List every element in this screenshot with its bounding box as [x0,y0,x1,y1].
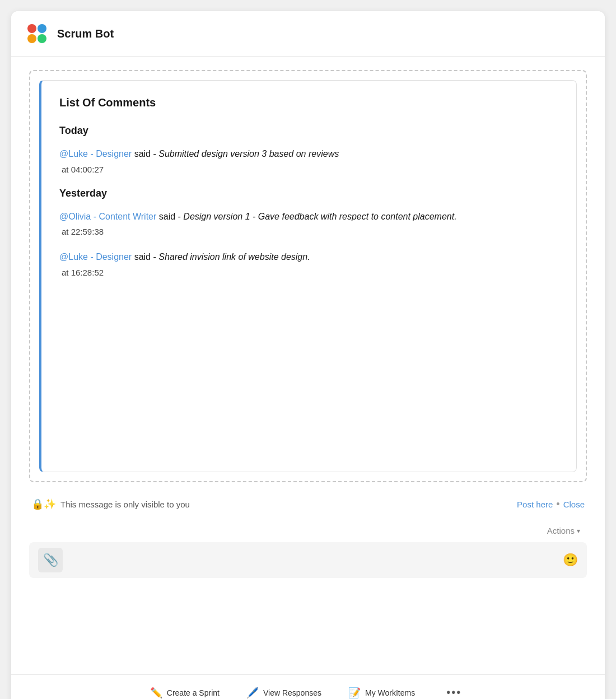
comment-item: @Olivia - Content Writer said - Design v… [59,209,558,237]
comment-time-luke2: at 16:28:52 [59,268,558,277]
actions-button[interactable]: Actions ▾ [543,524,585,538]
paperclip-icon: 📎 [43,553,58,567]
chevron-down-icon: ▾ [577,527,580,535]
comment-item: @Luke - Designer said - Submitted design… [59,147,558,174]
comment-text: @Luke - Designer said - Submitted design… [59,147,558,161]
actions-label: Actions [547,526,575,535]
emoji-button[interactable]: 🙂 [563,553,578,567]
lock-sparkle-icon: 🔒✨ [31,498,56,510]
my-workitems-icon: 📝 [348,687,361,699]
create-sprint-icon: ✏️ [150,687,162,699]
day-section-yesterday: Yesterday @Olivia - Content Writer said … [59,188,558,277]
create-sprint-label: Create a Sprint [167,688,220,697]
view-responses-button[interactable]: 🖊️ View Responses [246,687,321,699]
comments-title: List Of Comments [59,96,558,109]
svg-point-0 [27,24,36,33]
attach-button[interactable]: 📎 [38,548,63,572]
comment-content: Submitted design version 3 based on revi… [158,149,339,159]
visibility-bar: 🔒✨ This message is only visible to you P… [29,491,587,517]
svg-point-1 [38,24,46,33]
outer-dashed-container: List Of Comments Today @Luke - Designer … [29,70,587,482]
message-input[interactable] [68,556,557,565]
comment-item: @Luke - Designer said - Shared invision … [59,250,558,277]
day-label-today: Today [59,125,558,137]
comment-author-luke2: @Luke - Designer [59,252,132,262]
visibility-text: This message is only visible to you [60,500,190,509]
create-sprint-button[interactable]: ✏️ Create a Sprint [150,687,220,699]
comment-author: @Luke - Designer [59,149,132,159]
my-workitems-button[interactable]: 📝 My WorkItems [348,687,415,699]
post-here-link[interactable]: Post here [517,500,553,509]
more-icon: ••• [446,686,461,698]
visibility-left: 🔒✨ This message is only visible to you [31,498,190,510]
svg-point-3 [38,34,46,43]
comment-time-olivia: at 22:59:38 [59,227,558,236]
view-responses-icon: 🖊️ [246,687,259,699]
actions-row: Actions ▾ [29,521,587,542]
comment-text: @Olivia - Content Writer said - Design v… [59,209,558,224]
svg-point-2 [27,34,36,43]
day-label-yesterday: Yesterday [59,188,558,199]
comment-said: said - [159,212,184,221]
comment-said: said - [134,149,159,159]
comments-card: List Of Comments Today @Luke - Designer … [39,80,577,472]
app-title: Scrum Bot [57,27,114,40]
comment-author-olivia: @Olivia - Content Writer [59,212,156,221]
separator: • [556,498,559,510]
bottom-toolbar: ✏️ Create a Sprint 🖊️ View Responses 📝 M… [11,674,605,699]
comment-text: @Luke - Designer said - Shared invision … [59,250,558,264]
more-options-button[interactable]: ••• [442,684,466,699]
comment-content-olivia: Design version 1 - Gave feedback with re… [183,212,456,221]
app-container: Scrum Bot List Of Comments Today @Luke -… [11,11,605,699]
my-workitems-label: My WorkItems [365,688,415,697]
comment-time: at 04:00:27 [59,165,558,174]
visibility-right: Post here • Close [517,498,585,510]
view-responses-label: View Responses [263,688,321,697]
emoji-icon: 🙂 [563,553,578,567]
comment-said: said - [134,252,159,262]
app-logo [25,21,49,46]
comment-content-luke2: Shared invision link of website design. [158,252,310,262]
day-section-today: Today @Luke - Designer said - Submitted … [59,125,558,174]
close-link[interactable]: Close [563,500,585,509]
message-input-area: 📎 🙂 [29,542,587,578]
header: Scrum Bot [11,11,605,57]
main-content: List Of Comments Today @Luke - Designer … [11,57,605,674]
